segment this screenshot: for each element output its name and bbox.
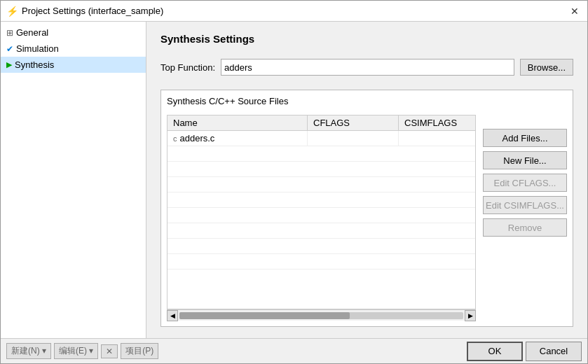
source-files-label: Synthesis C/C++ Source Files [167, 96, 567, 106]
grid-icon: ⊞ [6, 28, 13, 38]
table-area: Name CFLAGS CSIMFLAGS c adders.c [167, 115, 476, 321]
sidebar: ⊞ General ✔ Simulation ▶ Synthesis [1, 22, 146, 338]
check-icon: ✔ [6, 44, 13, 54]
ok-button[interactable]: OK [467, 342, 523, 361]
cell-cflags [308, 131, 399, 146]
new-toolbar-button[interactable]: 新建(N) ▾ [6, 343, 51, 359]
source-files-section: Synthesis C/C++ Source Files Name CFLAGS… [160, 90, 573, 327]
delete-toolbar-button[interactable]: ✕ [101, 344, 118, 358]
main-content: Synthesis Settings Top Function: Browse.… [146, 22, 587, 338]
table-row-empty-2 [167, 162, 475, 177]
app-icon: ⚡ [6, 6, 18, 17]
title-bar-left: ⚡ Project Settings (interface_sample) [6, 6, 163, 17]
hscroll-left-arrow[interactable]: ◀ [167, 310, 178, 321]
sidebar-item-general[interactable]: ⊞ General [1, 24, 146, 41]
project-toolbar-button[interactable]: 项目(P) [121, 343, 158, 359]
sidebar-item-synthesis-label: Synthesis [15, 59, 54, 70]
add-files-button[interactable]: Add Files... [483, 129, 567, 147]
edit-toolbar-button[interactable]: 编辑(E) ▾ [54, 343, 98, 359]
new-file-button[interactable]: New File... [483, 151, 567, 169]
table-row-empty-4 [167, 192, 475, 208]
hscroll-bar[interactable]: ◀ ▶ [167, 309, 476, 321]
edit-cflags-button[interactable]: Edit CFLAGS... [483, 174, 567, 192]
source-files-body: Name CFLAGS CSIMFLAGS c adders.c [167, 115, 567, 321]
top-function-input[interactable] [221, 59, 514, 76]
table-body: c adders.c [167, 131, 475, 309]
cell-csimflags [399, 131, 475, 146]
top-function-label: Top Function: [160, 62, 215, 73]
buttons-panel: Add Files... New File... Edit CFLAGS... … [483, 115, 567, 321]
dialog-title: Project Settings (interface_sample) [22, 6, 163, 16]
table-row-empty-5 [167, 208, 475, 223]
browse-button[interactable]: Browse... [520, 59, 573, 76]
col-header-csimflags: CSIMFLAGS [399, 115, 475, 130]
col-header-cflags: CFLAGS [308, 115, 399, 130]
table-row-empty-3 [167, 177, 475, 192]
sidebar-item-synthesis[interactable]: ▶ Synthesis [1, 57, 146, 73]
cell-name: c adders.c [167, 131, 308, 146]
table-row[interactable]: c adders.c [167, 131, 475, 146]
cancel-button[interactable]: Cancel [526, 342, 582, 361]
table-row-empty-8 [167, 254, 475, 270]
title-bar: ⚡ Project Settings (interface_sample) ✕ [1, 1, 587, 22]
dialog-body: ⊞ General ✔ Simulation ▶ Synthesis Synth… [1, 22, 587, 338]
table-row-empty-1 [167, 146, 475, 162]
sidebar-item-simulation-label: Simulation [16, 43, 59, 54]
col-header-name: Name [167, 115, 308, 130]
bottom-toolbar: 新建(N) ▾ 编辑(E) ▾ ✕ 项目(P) OK Cancel [1, 338, 587, 363]
file-table: Name CFLAGS CSIMFLAGS c adders.c [167, 115, 476, 309]
file-name-text: adders.c [180, 133, 215, 144]
hscroll-right-arrow[interactable]: ▶ [465, 310, 476, 321]
play-icon: ▶ [6, 60, 12, 69]
remove-button[interactable]: Remove [483, 218, 567, 237]
close-button[interactable]: ✕ [568, 4, 582, 18]
sidebar-item-simulation[interactable]: ✔ Simulation [1, 41, 146, 57]
table-row-empty-6 [167, 223, 475, 239]
section-title: Synthesis Settings [160, 33, 573, 45]
dialog-window: ⚡ Project Settings (interface_sample) ✕ … [0, 0, 588, 364]
top-function-row: Top Function: Browse... [160, 59, 573, 76]
sidebar-item-general-label: General [16, 27, 48, 38]
table-row-empty-7 [167, 239, 475, 254]
hscroll-thumb[interactable] [179, 312, 350, 319]
edit-csimflags-button[interactable]: Edit CSIMFLAGS... [483, 196, 567, 214]
table-header: Name CFLAGS CSIMFLAGS [167, 115, 475, 131]
hscroll-track[interactable] [179, 312, 463, 319]
file-icon: c [173, 134, 177, 143]
